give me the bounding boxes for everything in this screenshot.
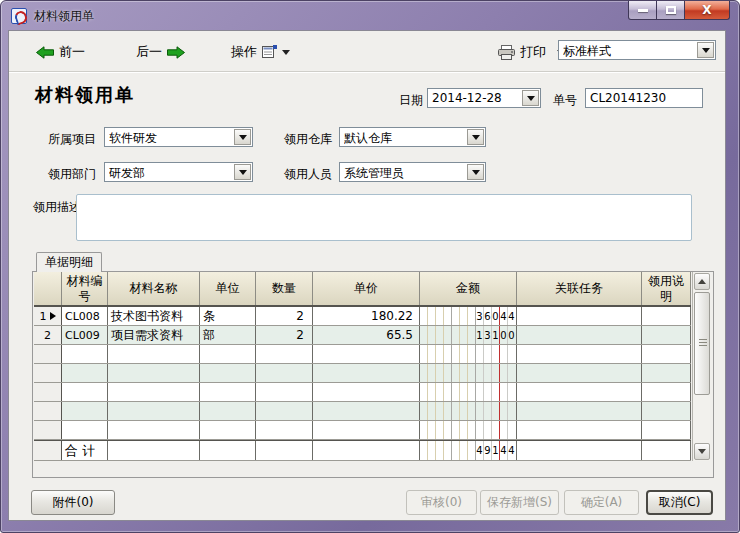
tab-detail[interactable]: 单据明细 [36,252,102,272]
action-menu-button[interactable]: 操作 [231,41,290,63]
empty-cell[interactable] [313,402,420,420]
empty-cell[interactable] [642,402,691,420]
scroll-up-button[interactable] [694,273,710,290]
description-field[interactable] [76,194,692,241]
dropdown-button[interactable] [467,164,484,180]
minimize-button[interactable] [628,1,657,20]
amount-cell[interactable]: 13100 [420,326,517,344]
empty-cell[interactable] [200,345,256,363]
cell-code[interactable]: CL009 [62,326,108,344]
cell-code[interactable]: CL008 [62,307,108,325]
maximize-button[interactable] [657,1,685,20]
cell-task[interactable] [517,326,642,344]
empty-cell[interactable] [62,421,108,439]
cell-qty[interactable]: 2 [256,307,313,325]
cell-unit[interactable]: 条 [200,307,256,325]
empty-cell[interactable] [200,383,256,401]
empty-cell[interactable] [62,402,108,420]
scrollbar-thumb[interactable] [694,292,710,395]
empty-cell[interactable] [517,402,642,420]
empty-cell[interactable] [256,421,313,439]
amount-cell[interactable]: 49144 [420,441,517,460]
amount-cell[interactable] [420,345,517,363]
empty-cell[interactable] [256,364,313,382]
row-header[interactable] [34,345,62,363]
vertical-scrollbar[interactable] [692,272,710,461]
empty-cell[interactable] [517,345,642,363]
close-button[interactable]: X [685,1,730,20]
empty-cell[interactable] [200,421,256,439]
date-select[interactable]: 2014-12-28 [427,88,541,108]
empty-cell[interactable] [256,383,313,401]
empty-cell[interactable] [62,364,108,382]
empty-cell[interactable] [108,345,200,363]
row-header[interactable] [34,364,62,382]
empty-cell[interactable] [200,364,256,382]
amount-cell[interactable] [420,402,517,420]
cell-price[interactable]: 65.5 [313,326,420,344]
cell-name[interactable]: 技术图书资料 [108,307,200,325]
empty-cell[interactable] [62,345,108,363]
dropdown-button[interactable] [234,129,251,145]
empty-cell[interactable] [313,421,420,439]
empty-cell[interactable] [517,364,642,382]
empty-cell[interactable] [108,364,200,382]
empty-cell[interactable] [256,345,313,363]
project-select[interactable]: 软件研发 [104,127,253,147]
amount-cell[interactable] [420,364,517,382]
cell-qty[interactable]: 2 [256,326,313,344]
empty-cell[interactable] [108,421,200,439]
empty-cell[interactable] [642,383,691,401]
warehouse-select[interactable]: 默认仓库 [339,127,486,147]
cancel-button[interactable]: 取消(C) [646,490,713,515]
docno-field[interactable]: CL20141230 [585,88,703,108]
table-row[interactable] [34,402,691,421]
dropdown-button[interactable] [522,90,539,106]
table-row[interactable] [34,364,691,383]
row-header[interactable] [34,421,62,439]
empty-cell[interactable] [642,345,691,363]
cell-name[interactable]: 项目需求资料 [108,326,200,344]
table-row[interactable] [34,383,691,402]
table-row[interactable]: 2CL009项目需求资料部265.513100 [34,326,691,345]
empty-cell[interactable] [642,421,691,439]
cell-unit[interactable]: 部 [200,326,256,344]
print-button[interactable]: 打印 [498,41,565,63]
row-header[interactable] [34,402,62,420]
dropdown-button[interactable] [467,129,484,145]
empty-cell[interactable] [62,383,108,401]
amount-cell[interactable]: 36044 [420,307,517,325]
dept-select[interactable]: 研发部 [104,162,253,182]
empty-cell[interactable] [517,421,642,439]
attachment-button[interactable]: 附件(0) [31,490,115,515]
row-header[interactable]: 2 [34,326,62,344]
table-row[interactable] [34,421,691,440]
empty-cell[interactable] [517,383,642,401]
next-button[interactable]: 后一 [136,41,185,63]
cell-task[interactable] [517,307,642,325]
row-header[interactable]: 1 [34,307,62,325]
cell-note[interactable] [642,326,691,344]
empty-cell[interactable] [108,383,200,401]
cell-note[interactable] [642,307,691,325]
empty-cell[interactable] [313,364,420,382]
empty-cell[interactable] [313,345,420,363]
empty-cell[interactable] [200,402,256,420]
amount-cell[interactable] [420,421,517,439]
scroll-down-button[interactable] [694,443,710,460]
empty-cell[interactable] [108,402,200,420]
amount-cell[interactable] [420,383,517,401]
row-header[interactable] [34,383,62,401]
previous-button[interactable]: 前一 [36,41,85,63]
title-bar[interactable]: 材料领用单 X [1,1,739,31]
empty-cell[interactable] [256,402,313,420]
empty-cell[interactable] [313,383,420,401]
table-row[interactable] [34,345,691,364]
print-style-select[interactable]: 标准样式 [558,40,716,60]
dropdown-button[interactable] [697,42,714,58]
dropdown-button[interactable] [234,164,251,180]
empty-cell[interactable] [642,364,691,382]
cell-price[interactable]: 180.22 [313,307,420,325]
table-row[interactable]: 1CL008技术图书资料条2180.2236044 [34,307,691,326]
person-select[interactable]: 系统管理员 [339,162,486,182]
